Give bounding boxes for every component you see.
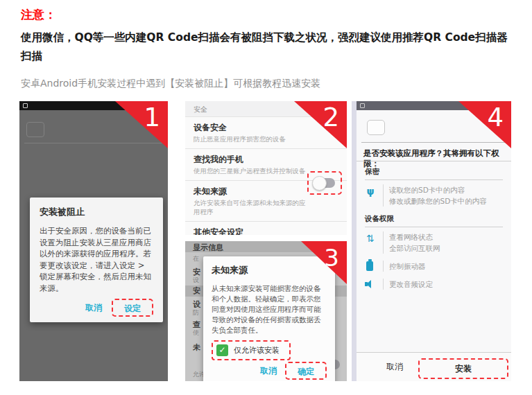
divider bbox=[365, 179, 503, 180]
step-number: 2 bbox=[323, 102, 339, 134]
bg-fragment: 显示信息 bbox=[193, 243, 223, 253]
bg-fragment: 设 bbox=[193, 276, 199, 285]
tutorial-page: 注意： 使用微信，QQ等一些内建QR Code扫描会有被阻挡下载之状况，强烈建议… bbox=[0, 0, 532, 395]
screenshot-icon bbox=[23, 103, 28, 108]
app-icon-placeholder bbox=[26, 122, 44, 137]
permission-network: 查看网络状态 全部访问互联网 bbox=[383, 231, 440, 254]
step1-screenshot: 1 4G 7 安装被阻止 出于安全原因，您的设备当前已设置为阻止安装从三星应用商… bbox=[19, 101, 168, 381]
column-divider bbox=[352, 101, 357, 381]
vibrate-battery-icon bbox=[366, 261, 373, 271]
app-icon-placeholder bbox=[367, 120, 385, 135]
dialog-title: 未知来源 bbox=[212, 264, 327, 276]
dialog-title: 安装被阻止 bbox=[40, 206, 153, 218]
highlight-dashed-box bbox=[307, 171, 342, 195]
permission-line: 读取您的SD卡中的内容 bbox=[389, 184, 487, 195]
divider bbox=[365, 227, 503, 227]
permission-line: 修改或删除您的SD卡中的内容 bbox=[389, 195, 487, 207]
step3-screenshot: 显示信息 在 安 设 安 设 防 查 使 未 允许安装来自可信来源和未知来源的应… bbox=[185, 241, 347, 381]
step2-screenshot: 安全 设备安全 防止恶意应用程序损害您的设备 查找我的手机 使用您的三星账户远程… bbox=[185, 101, 347, 235]
bg-fragment: 未 bbox=[193, 342, 200, 353]
unknown-sources-toggle[interactable] bbox=[314, 178, 335, 188]
step-number: 4 bbox=[487, 102, 504, 134]
usb-storage-icon: ψ bbox=[363, 186, 378, 197]
audio-speaker-icon bbox=[365, 280, 375, 288]
network-arrows-icon: ⇅ bbox=[363, 233, 378, 244]
divider bbox=[24, 143, 168, 143]
notice-title: 注意： bbox=[21, 7, 56, 23]
notice-body: 使用微信，QQ等一些内建QR Code扫描会有被阻挡下载之状况，强烈建议使用推荐… bbox=[21, 28, 515, 66]
permission-audio: 更改音频设定 bbox=[383, 279, 433, 290]
subtitle: 安卓Android手机安装过程中遇到【安装被阻止】可根据教程迅速安装 bbox=[21, 78, 320, 90]
permission-line: 全部访问互联网 bbox=[389, 243, 440, 254]
cancel-button[interactable]: 取消 bbox=[80, 299, 108, 317]
bg-fragment: 在 bbox=[193, 254, 199, 263]
bg-fragment: 防 bbox=[193, 308, 199, 317]
permission-line: 更改音频设定 bbox=[389, 279, 433, 290]
checkbox-label: 仅允许该安装 bbox=[234, 345, 280, 356]
step-number: 3 bbox=[324, 242, 339, 274]
section-privacy: 保密 bbox=[365, 167, 379, 177]
list-item-other-security[interactable]: 其他安全设定 更改安全更新和证书存储等其他安全设定 bbox=[185, 221, 347, 235]
step-number: 1 bbox=[144, 102, 160, 134]
settings-button[interactable]: 设定 bbox=[119, 301, 146, 316]
checkbox-checked-icon[interactable]: ✓ bbox=[216, 344, 228, 356]
dialog-body: 出于安全原因，您的设备当前已设置为阻止安装从三星应用商店以外的来源获得的应用程序… bbox=[40, 225, 153, 294]
bg-fragment: 使 bbox=[193, 328, 199, 337]
dialog-body: 从未知来源安装可能损害您的设备和个人数据。轻敲确定，即表示您同意对因使用这些应用… bbox=[212, 283, 327, 335]
install-button[interactable]: 安装 bbox=[455, 363, 472, 375]
permission-line: 查看网络状态 bbox=[389, 231, 440, 243]
divider bbox=[357, 161, 511, 161]
confirm-button[interactable]: 确定 bbox=[292, 364, 320, 379]
install-blocked-dialog: 安装被阻止 出于安全原因，您的设备当前已设置为阻止安装从三星应用商店以外的来源获… bbox=[30, 198, 163, 322]
screenshot-icon bbox=[360, 103, 365, 108]
permission-vibrate: 控制振动器 bbox=[383, 261, 426, 272]
highlight-dashed-box: 确定 bbox=[285, 362, 327, 380]
divider bbox=[361, 142, 506, 143]
highlight-dashed-box: 安装 bbox=[418, 358, 508, 379]
section-device-permissions: 设备权限 bbox=[365, 214, 394, 224]
highlight-dashed-box: 设定 bbox=[112, 299, 153, 317]
cancel-button[interactable]: 取消 bbox=[255, 362, 282, 380]
permission-storage: 读取您的SD卡中的内容 修改或删除您的SD卡中的内容 bbox=[383, 184, 487, 207]
step4-screenshot: 1 4G 7 是否安装该应用程序？其将拥有以下权限： 保密 ψ 读取您的SD卡中… bbox=[357, 101, 511, 381]
install-question: 是否安装该应用程序？其将拥有以下权限： bbox=[363, 148, 507, 169]
unknown-sources-dialog: 未知来源 从未知来源安装可能损害您的设备和个人数据。轻敲确定，即表示您同意对因使… bbox=[203, 256, 335, 381]
permission-line: 控制振动器 bbox=[389, 261, 426, 272]
bg-fragment: 安 bbox=[193, 286, 200, 296]
highlight-dashed-box: ✓ 仅允许该安装 bbox=[212, 340, 291, 360]
